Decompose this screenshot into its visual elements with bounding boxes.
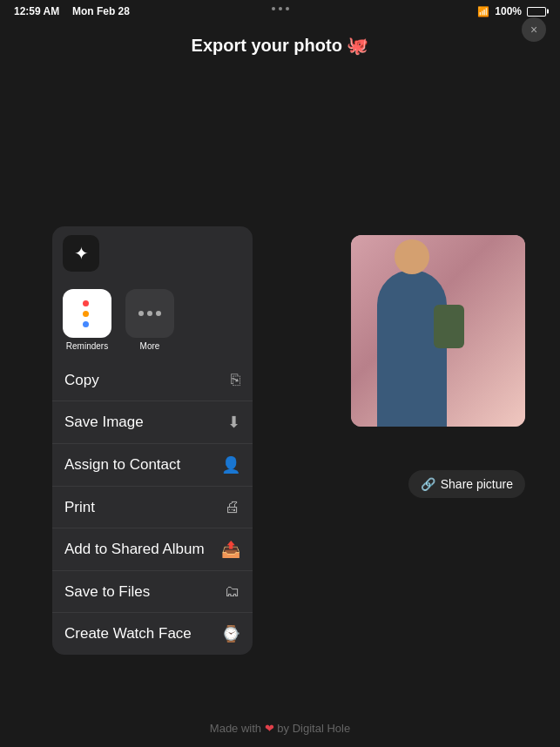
app-icon-row: Reminders More	[63, 289, 242, 351]
copy-action[interactable]: Copy ⎘	[52, 360, 253, 401]
more-app[interactable]: More	[125, 289, 174, 351]
footer-heart: ❤	[265, 722, 274, 735]
save-image-icon: ⬇	[227, 413, 240, 432]
share-picture-label: Share picture	[441, 477, 513, 491]
create-watch-face-action[interactable]: Create Watch Face ⌚	[52, 613, 253, 655]
add-shared-album-action[interactable]: Add to Shared Album 📤	[52, 528, 253, 571]
close-button[interactable]: ×	[522, 17, 546, 42]
backpack-figure	[434, 305, 464, 348]
photo-preview	[351, 235, 525, 427]
person-head	[395, 239, 429, 274]
reminders-label: Reminders	[66, 341, 108, 351]
share-picture-button[interactable]: 🔗 Share picture	[408, 470, 525, 498]
save-image-action[interactable]: Save Image ⬇	[52, 401, 253, 444]
assign-to-contact-action[interactable]: Assign to Contact 👤	[52, 444, 253, 487]
reminders-app[interactable]: Reminders	[63, 289, 111, 351]
more-icon-box	[125, 289, 174, 338]
share-panel: ✦	[52, 226, 253, 655]
save-to-files-icon: 🗂	[225, 582, 240, 601]
magic-wand-icon: ✦	[63, 235, 99, 272]
person-figure	[377, 270, 447, 427]
save-to-files-label: Save to Files	[64, 583, 150, 601]
dots-indicator	[272, 7, 289, 10]
battery-icon	[527, 7, 546, 17]
date: Mon Feb 28	[72, 5, 130, 17]
status-bar: 12:59 AM Mon Feb 28 📶 100%	[0, 0, 560, 23]
create-watch-face-icon: ⌚	[221, 624, 240, 643]
assign-to-contact-icon: 👤	[221, 455, 240, 474]
status-icons: 📶 100%	[477, 5, 546, 17]
print-action[interactable]: Print 🖨	[52, 487, 253, 528]
assign-to-contact-label: Assign to Contact	[64, 456, 180, 474]
copy-label: Copy	[64, 372, 99, 389]
print-label: Print	[64, 499, 95, 516]
add-shared-album-label: Add to Shared Album	[64, 541, 205, 558]
create-watch-face-label: Create Watch Face	[64, 625, 192, 643]
more-label: More	[140, 341, 160, 351]
save-image-label: Save Image	[64, 414, 144, 431]
wifi-icon: 📶	[477, 6, 489, 17]
print-icon: 🖨	[225, 498, 240, 516]
status-time-date: 12:59 AM Mon Feb 28	[14, 5, 130, 17]
reminders-icon-box	[63, 289, 111, 338]
photo-background	[351, 235, 525, 427]
footer: Made with ❤ by Digital Hole	[0, 722, 560, 735]
save-to-files-action[interactable]: Save to Files 🗂	[52, 571, 253, 613]
time: 12:59 AM	[14, 5, 59, 17]
add-shared-album-icon: 📤	[221, 540, 240, 559]
copy-icon: ⎘	[231, 371, 240, 389]
battery-percent: 100%	[495, 5, 522, 17]
app-icons-section: Reminders More	[52, 277, 253, 360]
page-title: Export your photo 🐙	[0, 23, 560, 63]
footer-prefix: Made with	[210, 722, 261, 735]
share-icon: 🔗	[421, 477, 435, 491]
footer-suffix: by Digital Hole	[277, 722, 350, 735]
